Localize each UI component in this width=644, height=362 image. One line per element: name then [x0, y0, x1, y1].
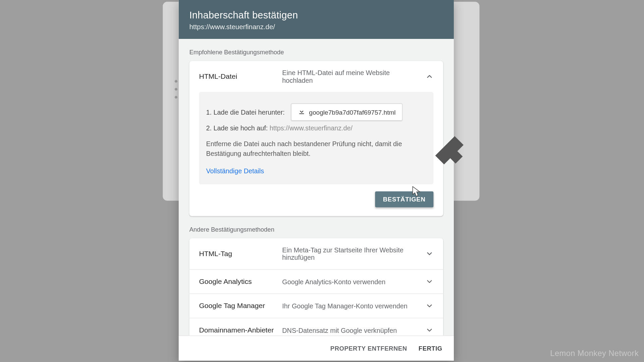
method-title: Google Analytics — [199, 278, 274, 286]
method-title: Google Tag Manager — [199, 302, 274, 310]
remove-property-button[interactable]: PROPERTY ENTFERNEN — [330, 345, 407, 352]
chevron-up-icon — [426, 72, 434, 80]
chevron-down-icon — [426, 278, 434, 286]
method-row-html-tag[interactable]: HTML-Tag Ein Meta-Tag zur Startseite Ihr… — [189, 238, 443, 269]
other-methods-card: HTML-Tag Ein Meta-Tag zur Startseite Ihr… — [189, 238, 443, 336]
method-row-google-tag-manager[interactable]: Google Tag Manager Ihr Google Tag Manage… — [189, 294, 443, 318]
download-icon — [298, 107, 306, 117]
recommended-section-label: Empfohlene Bestätigungsmethode — [189, 49, 443, 56]
chevron-down-icon — [426, 250, 434, 258]
recommended-method-card: HTML-Datei Eine HTML-Datei auf meine Web… — [189, 61, 443, 216]
method-row-html-file[interactable]: HTML-Datei Eine HTML-Datei auf meine Web… — [189, 61, 443, 92]
dialog-footer: PROPERTY ENTFERNEN FERTIG — [179, 336, 454, 361]
method-description: Ihr Google Tag Manager-Konto verwenden — [282, 302, 418, 310]
download-file-button[interactable]: google7b9a7d07faf69757.html — [291, 104, 402, 121]
other-section-label: Andere Bestätigungsmethoden — [189, 226, 443, 233]
method-description: DNS-Datensatz mit Google verknüpfen — [282, 326, 418, 334]
dialog-title: Inhaberschaft bestätigen — [189, 10, 443, 21]
watermark: Lemon Monkey Network — [550, 349, 639, 358]
keep-file-note: Entferne die Datei auch nach bestandener… — [206, 139, 427, 158]
chevron-down-icon — [426, 326, 434, 335]
dialog-header: Inhaberschaft bestätigen https://www.ste… — [179, 0, 454, 39]
method-title: Domainnamen-Anbieter — [199, 326, 274, 335]
download-filename: google7b9a7d07faf69757.html — [309, 109, 395, 116]
method-row-google-analytics[interactable]: Google Analytics Google Analytics-Konto … — [189, 269, 443, 294]
method-description: Eine HTML-Datei auf meine Website hochla… — [282, 69, 418, 84]
confirm-button[interactable]: BESTÄTIGEN — [375, 191, 433, 207]
method-row-domain-provider[interactable]: Domainnamen-Anbieter DNS-Datensatz mit G… — [189, 318, 443, 335]
step1-label: 1. Lade die Datei herunter: — [206, 107, 285, 117]
dialog-url: https://www.steuerfinanz.de/ — [189, 23, 443, 31]
method-description: Ein Meta-Tag zur Startseite Ihrer Websit… — [282, 246, 418, 261]
full-details-link[interactable]: Vollständige Details — [206, 167, 264, 175]
step2-url: https://www.steuerfinanz.de/ — [270, 124, 353, 132]
verify-ownership-dialog: Inhaberschaft bestätigen https://www.ste… — [179, 0, 454, 361]
done-button[interactable]: FERTIG — [419, 345, 442, 352]
chevron-down-icon — [426, 302, 434, 310]
step2-label: 2. Lade sie hoch auf: — [206, 124, 268, 132]
html-file-panel: 1. Lade die Datei herunter: google7b9a7d… — [199, 92, 433, 184]
method-description: Google Analytics-Konto verwenden — [282, 278, 418, 285]
method-title: HTML-Tag — [199, 250, 274, 258]
method-title: HTML-Datei — [199, 72, 274, 80]
